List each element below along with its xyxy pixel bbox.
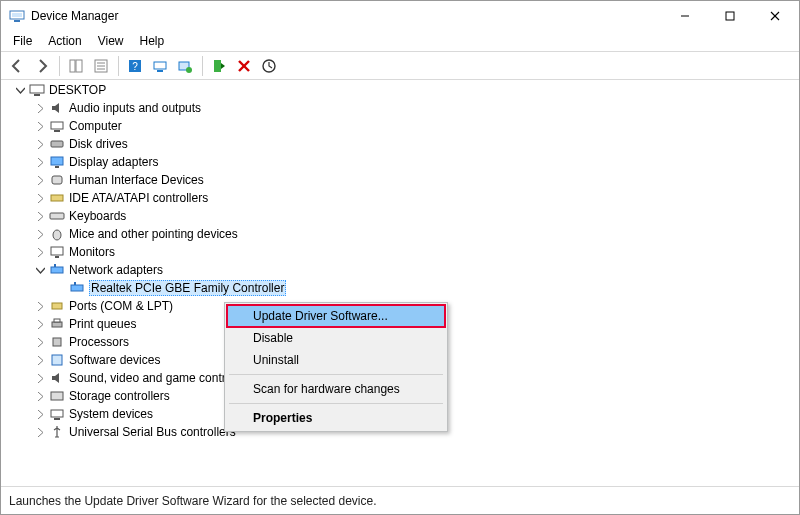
tree-item-label: Print queues — [69, 317, 136, 331]
context-update-driver[interactable]: Update Driver Software... — [227, 305, 445, 327]
svg-rect-41 — [52, 322, 62, 327]
properties-button[interactable] — [89, 55, 113, 77]
network-icon — [49, 262, 65, 278]
svg-rect-16 — [157, 70, 163, 72]
expand-icon[interactable] — [33, 389, 47, 403]
hid-icon — [49, 172, 65, 188]
expand-icon[interactable] — [33, 425, 47, 439]
uninstall-button[interactable] — [232, 55, 256, 77]
tree-item-mice[interactable]: Mice and other pointing devices — [5, 225, 795, 243]
update-driver-button[interactable] — [173, 55, 197, 77]
display-icon — [49, 154, 65, 170]
tree-item-audio[interactable]: Audio inputs and outputs — [5, 99, 795, 117]
svg-rect-37 — [54, 264, 56, 267]
minimize-button[interactable] — [662, 1, 707, 31]
expand-icon[interactable] — [33, 335, 47, 349]
software-icon — [49, 352, 65, 368]
collapse-icon[interactable] — [33, 263, 47, 277]
expand-icon[interactable] — [33, 317, 47, 331]
tree-item-computer[interactable]: Computer — [5, 117, 795, 135]
tree-item-realtek-nic[interactable]: Realtek PCIe GBE Family Controller — [5, 279, 795, 297]
context-properties[interactable]: Properties — [227, 407, 445, 429]
context-separator — [229, 374, 443, 375]
tree-root[interactable]: DESKTOP — [5, 81, 795, 99]
maximize-button[interactable] — [707, 1, 752, 31]
tree-item-label: Computer — [69, 119, 122, 133]
svg-rect-24 — [34, 94, 40, 96]
context-menu: Update Driver Software... Disable Uninst… — [224, 302, 448, 432]
svg-rect-2 — [12, 13, 22, 17]
tree-item-network[interactable]: Network adapters — [5, 261, 795, 279]
scan-hardware-button[interactable] — [148, 55, 172, 77]
expand-icon[interactable] — [33, 353, 47, 367]
tree-item-label: Display adapters — [69, 155, 158, 169]
tree-item-hid[interactable]: Human Interface Devices — [5, 171, 795, 189]
device-manager-icon — [9, 8, 25, 24]
tree-item-label: IDE ATA/ATAPI controllers — [69, 191, 208, 205]
expand-icon[interactable] — [33, 407, 47, 421]
tree-item-label: Keyboards — [69, 209, 126, 223]
tree-item-label: Storage controllers — [69, 389, 170, 403]
svg-rect-23 — [30, 85, 44, 93]
expand-icon[interactable] — [33, 101, 47, 115]
system-icon — [49, 406, 65, 422]
tree-item-label: Network adapters — [69, 263, 163, 277]
tree-root-label: DESKTOP — [49, 83, 106, 97]
context-scan[interactable]: Scan for hardware changes — [227, 378, 445, 400]
forward-button[interactable] — [30, 55, 54, 77]
tree-item-label: Universal Serial Bus controllers — [69, 425, 236, 439]
svg-rect-25 — [51, 122, 63, 129]
tree-item-display[interactable]: Display adapters — [5, 153, 795, 171]
menu-help[interactable]: Help — [132, 32, 173, 50]
computer-icon — [49, 118, 65, 134]
tree-item-ide[interactable]: IDE ATA/ATAPI controllers — [5, 189, 795, 207]
svg-rect-35 — [55, 256, 59, 258]
expand-icon[interactable] — [33, 227, 47, 241]
expand-icon[interactable] — [33, 119, 47, 133]
tree-item-monitors[interactable]: Monitors — [5, 243, 795, 261]
svg-rect-34 — [51, 247, 63, 255]
svg-rect-38 — [71, 285, 83, 291]
tree-item-keyboards[interactable]: Keyboards — [5, 207, 795, 225]
expander-blank — [53, 281, 67, 295]
ports-icon — [49, 298, 65, 314]
expand-icon[interactable] — [33, 155, 47, 169]
svg-rect-31 — [51, 195, 63, 201]
expand-icon[interactable] — [33, 245, 47, 259]
menu-view[interactable]: View — [90, 32, 132, 50]
svg-text:?: ? — [132, 61, 138, 72]
help-button[interactable]: ? — [123, 55, 147, 77]
svg-rect-30 — [52, 176, 62, 184]
menu-file[interactable]: File — [5, 32, 40, 50]
expand-icon[interactable] — [33, 209, 47, 223]
show-hide-tree-button[interactable] — [64, 55, 88, 77]
refresh-button[interactable] — [257, 55, 281, 77]
expand-icon[interactable] — [33, 137, 47, 151]
svg-rect-42 — [54, 319, 60, 322]
context-uninstall[interactable]: Uninstall — [227, 349, 445, 371]
svg-rect-39 — [74, 282, 76, 285]
collapse-icon[interactable] — [13, 83, 27, 97]
mouse-icon — [49, 226, 65, 242]
close-button[interactable] — [752, 1, 797, 31]
enable-device-button[interactable] — [207, 55, 231, 77]
tree-item-disk[interactable]: Disk drives — [5, 135, 795, 153]
toolbar: ? — [1, 52, 799, 80]
tree-item-label: Mice and other pointing devices — [69, 227, 238, 241]
expand-icon[interactable] — [33, 371, 47, 385]
tree-item-label: Ports (COM & LPT) — [69, 299, 173, 313]
menu-action[interactable]: Action — [40, 32, 89, 50]
svg-rect-1 — [14, 20, 20, 22]
svg-rect-45 — [51, 392, 63, 400]
window-title: Device Manager — [31, 9, 118, 23]
context-separator — [229, 403, 443, 404]
statusbar: Launches the Update Driver Software Wiza… — [1, 486, 799, 514]
back-button[interactable] — [5, 55, 29, 77]
expand-icon[interactable] — [33, 191, 47, 205]
expand-icon[interactable] — [33, 173, 47, 187]
svg-rect-46 — [51, 410, 63, 417]
svg-rect-15 — [154, 62, 166, 69]
expand-icon[interactable] — [33, 299, 47, 313]
svg-rect-43 — [53, 338, 61, 346]
context-disable[interactable]: Disable — [227, 327, 445, 349]
